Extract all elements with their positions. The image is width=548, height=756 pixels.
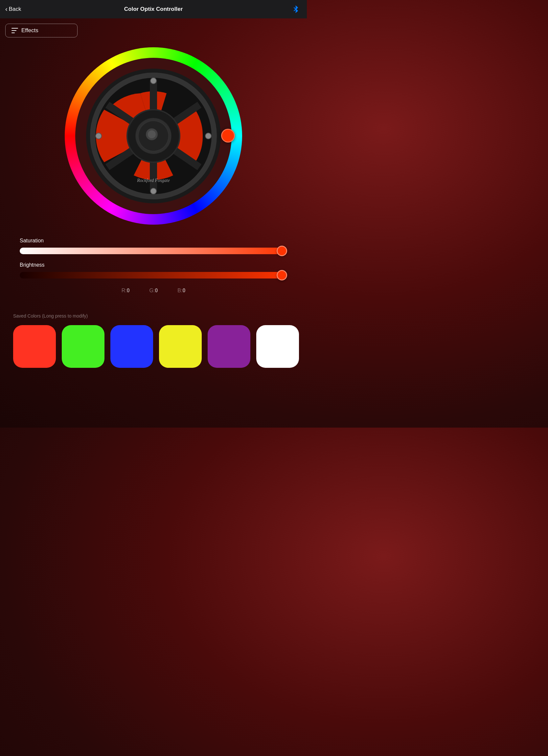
red-value: R:0 — [121, 288, 130, 294]
chevron-left-icon: ‹ — [5, 5, 8, 13]
svg-point-17 — [150, 78, 156, 84]
swatch-white[interactable] — [256, 325, 299, 368]
brightness-group: Brightness — [20, 262, 287, 280]
effects-list-icon — [11, 28, 18, 33]
g-number: 0 — [155, 288, 158, 293]
swatch-green[interactable] — [62, 325, 104, 368]
r-label: R: — [121, 288, 127, 293]
g-label: G: — [149, 288, 155, 293]
swatch-purple[interactable] — [208, 325, 250, 368]
r-number: 0 — [127, 288, 130, 293]
saturation-slider[interactable] — [20, 248, 287, 254]
brightness-slider[interactable] — [20, 272, 287, 278]
color-selector-handle[interactable] — [221, 129, 235, 143]
color-wheel-container: Rockford Fosgate — [0, 37, 307, 231]
saturation-group: Saturation — [20, 238, 287, 256]
controls-section: Saturation Brightness R:0 G:0 B:0 — [0, 231, 307, 313]
swatch-red[interactable] — [13, 325, 56, 368]
speaker-svg: Rockford Fosgate — [84, 67, 222, 205]
bluetooth-icon — [292, 5, 300, 13]
svg-point-19 — [150, 188, 156, 194]
saturation-label: Saturation — [20, 238, 287, 244]
svg-point-16 — [148, 130, 156, 138]
brightness-track — [20, 271, 287, 280]
brightness-label: Brightness — [20, 262, 287, 268]
svg-point-18 — [205, 133, 211, 139]
saved-colors-section: Saved Colors (Long press to modify) — [0, 313, 307, 381]
saved-colors-label: Saved Colors (Long press to modify) — [13, 313, 294, 319]
app-header: ‹ Back Color Optix Controller — [0, 0, 307, 18]
b-number: 0 — [182, 288, 185, 293]
color-swatches — [13, 325, 294, 368]
rgb-values: R:0 G:0 B:0 — [20, 288, 287, 294]
effects-label: Effects — [21, 27, 38, 34]
swatch-blue[interactable] — [110, 325, 153, 368]
back-label: Back — [9, 6, 21, 12]
page-title: Color Optix Controller — [124, 6, 183, 12]
effects-container: Effects — [0, 18, 307, 37]
blue-value: B:0 — [177, 288, 185, 294]
saturation-track — [20, 246, 287, 256]
b-label: B: — [177, 288, 182, 293]
bluetooth-button[interactable] — [290, 3, 302, 15]
swatch-yellow[interactable] — [159, 325, 202, 368]
speaker-area: Rockford Fosgate — [81, 64, 226, 208]
effects-button[interactable]: Effects — [5, 24, 77, 37]
green-value: G:0 — [149, 288, 158, 294]
svg-text:Rockford Fosgate: Rockford Fosgate — [137, 178, 169, 183]
back-button[interactable]: ‹ Back — [5, 6, 21, 13]
svg-point-20 — [96, 133, 101, 139]
color-wheel-wrapper[interactable]: Rockford Fosgate — [65, 47, 242, 225]
